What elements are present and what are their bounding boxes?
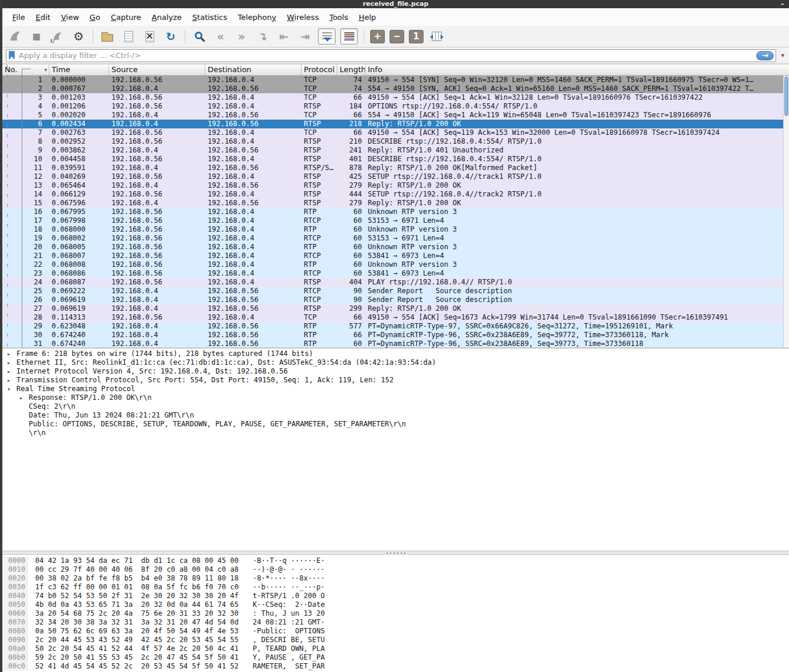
packet-row-13[interactable]: 130.065464192.168.0.4192.168.0.56RTSP279… xyxy=(2,181,789,190)
resize-columns-button[interactable] xyxy=(428,28,445,45)
detail-line[interactable]: ▾Real Time Streaming Protocol xyxy=(2,385,789,393)
hex-row[interactable]: 007032 34 20 30 38 3a 32 31 3a 32 31 20 … xyxy=(2,618,789,627)
detail-line[interactable]: Date: Thu, Jun 13 2024 08:21:21 GMT\r\n xyxy=(2,411,789,420)
packet-row-11[interactable]: 110.039591192.168.0.4192.168.0.56RTSP/S…… xyxy=(2,164,789,172)
go-to-packet-button[interactable]: ↴ xyxy=(255,28,271,45)
column-header-info[interactable]: Info xyxy=(365,65,789,75)
packet-row-18[interactable]: 180.068000192.168.0.56192.168.0.4RTP60Un… xyxy=(2,225,789,234)
filter-dropdown-caret[interactable]: ▾ xyxy=(776,52,785,59)
menu-telephony[interactable]: Telephony xyxy=(232,10,282,25)
menu-view[interactable]: View xyxy=(56,10,84,25)
restart-capture-button[interactable]: ↻ xyxy=(49,28,66,45)
go-forward-button[interactable]: » xyxy=(233,28,250,45)
hex-row[interactable]: 00301f c3 62 ff 00 00 01 01 08 0a 5f fc … xyxy=(2,583,789,592)
scrollbar-thumb[interactable] xyxy=(784,76,788,116)
stop-capture-button[interactable]: ■ xyxy=(28,28,45,45)
menu-tools[interactable]: Tools xyxy=(324,10,353,25)
packet-row-27[interactable]: 270.069619192.168.0.4192.168.0.56RTSP299… xyxy=(2,304,789,313)
pane-splitter[interactable] xyxy=(2,551,789,555)
expander-open-icon[interactable]: ▾ xyxy=(7,385,16,393)
expander-closed-icon[interactable]: ▸ xyxy=(19,393,29,402)
packet-row-15[interactable]: 150.067596192.168.0.4192.168.0.56RTSP279… xyxy=(2,199,789,208)
capture-options-button[interactable]: ⚙ xyxy=(70,28,87,45)
packet-list-scrollbar[interactable] xyxy=(783,76,789,348)
hex-row[interactable]: 002000 38 02 2a bf fe f8 b5 b4 e0 38 78 … xyxy=(2,574,789,583)
hex-row[interactable]: 00c052 41 4d 45 54 45 52 2c 20 53 45 54 … xyxy=(2,662,789,671)
column-header-length[interactable]: Length xyxy=(337,65,365,75)
expander-closed-icon[interactable]: ▸ xyxy=(7,349,16,358)
hex-row[interactable]: 000004 42 1a 93 54 da ec 71 db d1 1c ca … xyxy=(2,556,789,565)
menu-file[interactable]: File xyxy=(7,10,31,25)
minimize-button[interactable]: – xyxy=(781,0,785,8)
column-header-no[interactable]: No.▾ xyxy=(2,65,49,75)
auto-scroll-toggle[interactable] xyxy=(318,28,336,45)
packet-row-12[interactable]: 120.040269192.168.0.56192.168.0.4RTSP425… xyxy=(2,172,789,181)
detail-line[interactable]: ▸Response: RTSP/1.0 200 OK\r\n xyxy=(2,393,789,402)
menu-go[interactable]: Go xyxy=(84,10,106,25)
hex-row[interactable]: 00603a 20 54 68 75 2c 20 4a 75 6e 20 31 … xyxy=(2,609,789,618)
reload-file-button[interactable]: ↻ xyxy=(162,28,179,45)
go-back-button[interactable]: « xyxy=(212,28,229,45)
zoom-out-button[interactable]: − xyxy=(390,30,404,43)
detail-line[interactable]: ▸Internet Protocol Version 4, Src: 192.1… xyxy=(2,367,789,376)
start-capture-button[interactable] xyxy=(7,28,23,45)
packet-row-20[interactable]: 200.068005192.168.0.56192.168.0.4RTP60Un… xyxy=(2,243,789,252)
close-file-button[interactable]: ✕ xyxy=(141,28,158,45)
packet-row-10[interactable]: 100.004458192.168.0.56192.168.0.4RTSP401… xyxy=(2,155,789,164)
packet-row-22[interactable]: 220.068008192.168.0.56192.168.0.4RTP60Un… xyxy=(2,260,789,269)
packet-row-23[interactable]: 230.068086192.168.0.56192.168.0.4RTCP605… xyxy=(2,269,789,278)
bookmark-icon[interactable] xyxy=(9,51,15,60)
packet-row-19[interactable]: 190.068002192.168.0.56192.168.0.4RTCP605… xyxy=(2,234,789,243)
detail-line[interactable]: \r\n xyxy=(2,429,789,437)
save-file-button[interactable] xyxy=(120,28,137,45)
go-first-packet-button[interactable]: ⇤ xyxy=(276,28,292,45)
packet-row-29[interactable]: 290.623048192.168.0.4192.168.0.56RTP577P… xyxy=(2,322,789,331)
packet-row-8[interactable]: 80.002952192.168.0.56192.168.0.4RTSP210D… xyxy=(2,137,789,146)
hex-row[interactable]: 00504b 0d 0a 43 53 65 71 3a 20 32 0d 0a … xyxy=(2,600,789,609)
expander-closed-icon[interactable]: ▸ xyxy=(7,367,16,376)
detail-line[interactable]: CSeq: 2\r\n xyxy=(2,402,789,411)
packet-row-5[interactable]: 50.002020192.168.0.4192.168.0.56TCP66554… xyxy=(2,111,789,120)
column-header-source[interactable]: Source xyxy=(109,65,205,75)
go-last-packet-button[interactable]: ⇥ xyxy=(297,28,313,45)
menu-analyze[interactable]: Analyze xyxy=(147,10,187,25)
hex-row[interactable]: 00a050 2c 20 54 45 41 52 44 4f 57 4e 2c … xyxy=(2,644,789,653)
column-header-destination[interactable]: Destination xyxy=(205,65,302,75)
packet-row-31[interactable]: 310.674240192.168.0.4192.168.0.56RTP60PT… xyxy=(2,340,789,348)
find-packet-button[interactable] xyxy=(191,28,208,45)
packet-row-26[interactable]: 260.069619192.168.0.4192.168.0.56RTCP90S… xyxy=(2,296,789,304)
menu-edit[interactable]: Edit xyxy=(31,10,56,25)
zoom-original-button[interactable]: 1 xyxy=(409,30,424,43)
packet-row-1[interactable]: 10.000000192.168.0.56192.168.0.4TCP74491… xyxy=(2,76,789,84)
packet-row-2[interactable]: 20.000767192.168.0.4192.168.0.56TCP74554… xyxy=(2,84,789,93)
detail-line[interactable]: ▸Transmission Control Protocol, Src Port… xyxy=(2,376,789,385)
packet-row-28[interactable]: 280.114313192.168.0.56192.168.0.4TCP6649… xyxy=(2,313,789,322)
packet-row-9[interactable]: 90.003862192.168.0.4192.168.0.56RTSP241R… xyxy=(2,146,789,155)
packet-row-25[interactable]: 250.069222192.168.0.4192.168.0.56RTCP90S… xyxy=(2,287,789,296)
expander-closed-icon[interactable]: ▸ xyxy=(7,358,16,367)
hex-row[interactable]: 001000 cc 29 7f 40 00 40 06 8f 20 c0 a8 … xyxy=(2,565,789,574)
colorize-toggle[interactable] xyxy=(340,28,358,45)
detail-line[interactable]: ▸Frame 6: 218 bytes on wire (1744 bits),… xyxy=(2,349,789,358)
apply-filter-button[interactable]: → xyxy=(756,51,774,60)
open-file-button[interactable] xyxy=(99,28,116,45)
detail-line[interactable]: Public: OPTIONS, DESCRIBE, SETUP, TEARDO… xyxy=(2,420,789,429)
packet-row-24[interactable]: 240.068087192.168.0.56192.168.0.4RTSP404… xyxy=(2,278,789,287)
packet-row-30[interactable]: 300.674240192.168.0.4192.168.0.56RTP66PT… xyxy=(2,331,789,340)
expander-closed-icon[interactable]: ▸ xyxy=(7,376,16,385)
hex-row[interactable]: 00b059 2c 20 50 41 55 53 45 2c 20 47 45 … xyxy=(2,653,789,662)
column-header-time[interactable]: Time xyxy=(49,65,109,75)
zoom-in-button[interactable]: + xyxy=(370,30,385,43)
column-header-protocol[interactable]: Protocol xyxy=(302,65,337,75)
packet-row-4[interactable]: 40.001206192.168.0.56192.168.0.4RTSP184O… xyxy=(2,102,789,111)
detail-line[interactable]: ▸Ethernet II, Src: ReolinkI_d1:1c:ca (ec… xyxy=(2,358,789,367)
menu-wireless[interactable]: Wireless xyxy=(282,10,324,25)
packet-row-17[interactable]: 170.067998192.168.0.56192.168.0.4RTCP605… xyxy=(2,216,789,225)
packet-row-16[interactable]: 160.067995192.168.0.56192.168.0.4RTP60Un… xyxy=(2,208,789,216)
packet-row-14[interactable]: 140.066129192.168.0.56192.168.0.4RTSP444… xyxy=(2,190,789,199)
packet-row-21[interactable]: 210.068007192.168.0.56192.168.0.4RTCP605… xyxy=(2,252,789,260)
packet-row-7[interactable]: 70.002763192.168.0.56192.168.0.4TCP66491… xyxy=(2,128,789,137)
hex-row[interactable]: 004074 b0 52 54 53 50 2f 31 2e 30 20 32 … xyxy=(2,592,789,600)
menu-capture[interactable]: Capture xyxy=(106,10,147,25)
hex-row[interactable]: 00902c 20 44 45 53 43 52 49 42 45 2c 20 … xyxy=(2,636,789,644)
